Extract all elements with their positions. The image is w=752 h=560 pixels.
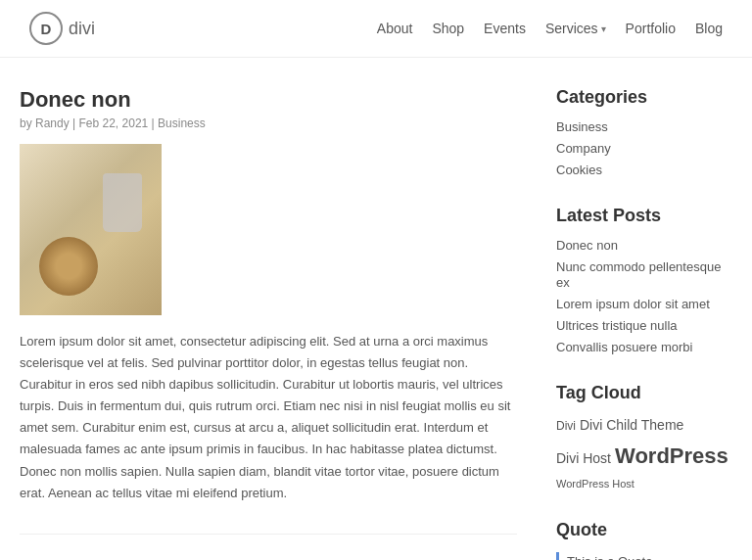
logo-name: divi (69, 19, 95, 39)
list-item: Convallis posuere morbi (556, 340, 732, 355)
logo-icon: D (29, 12, 63, 45)
post-1-image (20, 144, 162, 315)
nav-services-link[interactable]: Services (545, 21, 598, 36)
post-1-image-inner (20, 144, 162, 315)
chevron-down-icon: ▾ (601, 23, 606, 34)
latest-posts-section: Latest Posts Donec non Nunc commodo pell… (556, 206, 732, 355)
tag-wordpress[interactable]: WordPress (615, 440, 728, 472)
nav-shop[interactable]: Shop (432, 21, 464, 36)
post-1: Donec non by Randy | Feb 22, 2021 | Busi… (20, 87, 517, 535)
quote-heading: Quote (556, 520, 732, 540)
categories-section: Categories Business Company Cookies (556, 87, 732, 178)
list-item: Ultrices tristique nulla (556, 318, 732, 334)
post-1-category[interactable]: Business (158, 117, 206, 130)
latest-posts-heading: Latest Posts (556, 206, 732, 226)
category-cookies[interactable]: Cookies (556, 163, 602, 177)
site-header: D divi About Shop Events Services ▾ Port… (0, 0, 752, 58)
tag-cloud-section: Tag Cloud Divi Divi Child Theme Divi Hos… (556, 383, 732, 492)
latest-post-5[interactable]: Convallis posuere morbi (556, 340, 692, 354)
list-item: Nunc commodo pellentesque ex (556, 259, 732, 291)
latest-post-4[interactable]: Ultrices tristique nulla (556, 318, 678, 333)
categories-list: Business Company Cookies (556, 119, 732, 178)
tag-divi-child-theme[interactable]: Divi Child Theme (580, 415, 683, 436)
list-item: Donec non (556, 238, 732, 254)
quote-box: This is a Quote (556, 552, 732, 561)
nav-portfolio[interactable]: Portfolio (626, 21, 676, 36)
page-content: Donec non by Randy | Feb 22, 2021 | Busi… (0, 58, 752, 560)
category-company[interactable]: Company (556, 141, 611, 156)
latest-post-3[interactable]: Lorem ipsum dolor sit amet (556, 297, 710, 311)
category-business[interactable]: Business (556, 119, 608, 134)
categories-heading: Categories (556, 87, 732, 108)
post-1-author[interactable]: Randy (35, 117, 70, 130)
tag-divi[interactable]: Divi (556, 417, 576, 435)
list-item: Company (556, 141, 732, 157)
tag-wordpress-host[interactable]: WordPress Host (556, 476, 634, 492)
main-nav: About Shop Events Services ▾ Portfolio B… (377, 21, 723, 36)
quote-bar (556, 552, 559, 561)
tag-cloud-heading: Tag Cloud (556, 383, 732, 403)
tag-cloud: Divi Divi Child Theme Divi Host WordPres… (556, 415, 732, 492)
nav-about[interactable]: About (377, 21, 413, 36)
main-content: Donec non by Randy | Feb 22, 2021 | Busi… (20, 87, 517, 560)
nav-blog[interactable]: Blog (695, 21, 723, 36)
list-item: Cookies (556, 163, 732, 178)
latest-post-2[interactable]: Nunc commodo pellentesque ex (556, 259, 721, 290)
tag-divi-host[interactable]: Divi Host (556, 448, 611, 469)
quote-section: Quote This is a Quote (556, 520, 732, 561)
post-1-excerpt: Lorem ipsum dolor sit amet, consectetur … (20, 331, 517, 504)
post-1-title: Donec non (20, 87, 517, 113)
post-1-date: Feb 22, 2021 (79, 117, 149, 130)
nav-events[interactable]: Events (484, 21, 526, 36)
post-1-meta: by Randy | Feb 22, 2021 | Business (20, 117, 517, 130)
list-item: Lorem ipsum dolor sit amet (556, 297, 732, 312)
latest-post-1[interactable]: Donec non (556, 238, 618, 253)
nav-services[interactable]: Services ▾ (545, 21, 606, 36)
quote-text: This is a Quote (567, 552, 652, 561)
latest-posts-list: Donec non Nunc commodo pellentesque ex L… (556, 238, 732, 355)
list-item: Business (556, 119, 732, 135)
sidebar: Categories Business Company Cookies Late… (556, 87, 732, 560)
logo[interactable]: D divi (29, 12, 95, 45)
